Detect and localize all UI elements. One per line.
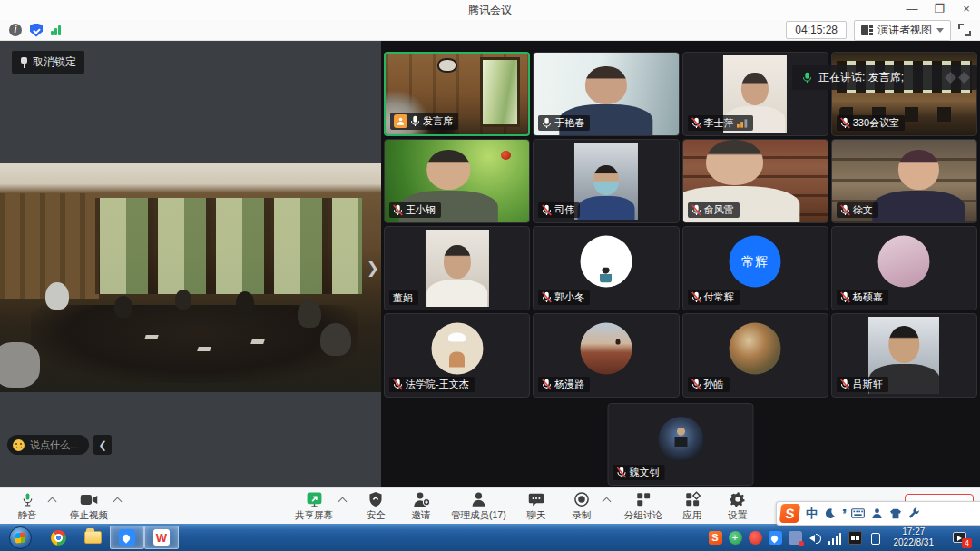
participant-name-label: 发言席 (390, 113, 458, 130)
participant-tile[interactable]: 郭小冬 (533, 226, 679, 310)
notification-area-button[interactable]: 4 (946, 526, 973, 549)
view-mode-button[interactable]: 演讲者视图 (854, 20, 951, 41)
tray-music-icon[interactable] (749, 531, 762, 545)
participant-tile[interactable]: 孙皓 (682, 313, 828, 398)
participant-name-label: 俞风雷 (688, 202, 740, 218)
participant-tile[interactable]: 徐文 (831, 139, 977, 223)
toolbar-label: 分组讨论 (624, 509, 662, 522)
view-mode-label: 演讲者视图 (877, 23, 932, 38)
toolbar-breakout-button[interactable]: 分组讨论 (624, 490, 662, 522)
meeting-main-area: 取消锁定 说点什么... (0, 41, 980, 487)
start-orb[interactable] (9, 526, 32, 549)
explorer-folder-icon (84, 531, 102, 544)
participant-tile[interactable]: 魏文钊 (608, 403, 754, 486)
toolbar-mic-button[interactable]: 静音 (12, 490, 43, 522)
participant-tile[interactable]: 常辉 付常辉 (682, 226, 828, 310)
emoji-icon[interactable] (13, 439, 24, 451)
tray-network-icon[interactable] (828, 531, 842, 545)
toolbar-invite-button[interactable]: 邀请 (406, 490, 436, 522)
breakout-icon (635, 490, 652, 508)
chevron-up-icon[interactable] (338, 497, 348, 507)
tray-meeting-icon[interactable] (769, 531, 782, 545)
taskbar-explorer[interactable] (75, 526, 110, 549)
stage-video[interactable]: 取消锁定 说点什么... (0, 41, 381, 487)
maximize-button[interactable]: ❐ (926, 0, 953, 20)
toolbar-apps-button[interactable]: 应用 (677, 490, 708, 522)
participant-tile[interactable]: 发言席 (384, 52, 530, 136)
person-silhouette (579, 165, 633, 220)
chevron-up-icon[interactable] (113, 497, 122, 507)
collapse-chat-button[interactable]: ❮ (93, 435, 112, 455)
punctuation-icon[interactable]: ’’ (842, 507, 845, 521)
participant-tile[interactable]: 李士萍 (682, 52, 828, 136)
unpin-button[interactable]: 取消锁定 (12, 51, 84, 74)
minimize-button[interactable]: — (898, 0, 926, 20)
wrench-icon[interactable] (908, 507, 920, 519)
taskbar-tencent-meeting[interactable] (110, 526, 144, 549)
layout-icon (861, 25, 873, 35)
participant-name: 郭小冬 (554, 291, 584, 302)
taskbar-wps[interactable]: W (144, 526, 179, 549)
tray-download-icon[interactable] (789, 531, 802, 545)
chevron-up-icon[interactable] (48, 497, 57, 507)
participant-name-label: 吕斯轩 (837, 377, 888, 392)
toolbar-members-button[interactable]: 管理成员(17) (451, 490, 506, 522)
participant-name: 杨硕嘉 (853, 291, 883, 302)
unpin-label: 取消锁定 (33, 54, 76, 70)
fullscreen-icon[interactable] (958, 24, 971, 36)
volume-icon[interactable] (808, 531, 822, 545)
tray-antivirus-icon[interactable] (729, 531, 742, 545)
topbar-right: 04:15:28 演讲者视图 (786, 20, 971, 41)
tray-sogou-icon[interactable]: S (709, 531, 722, 545)
security-shield-icon[interactable] (30, 24, 43, 37)
toolbar-shield-button[interactable]: 安全 (360, 490, 391, 522)
participant-tile[interactable]: 杨硕嘉 (831, 226, 977, 310)
tray-device-icon[interactable] (868, 531, 882, 545)
quick-chat-input[interactable]: 说点什么... (7, 435, 89, 455)
taskbar-chrome[interactable] (41, 526, 75, 549)
keyboard-icon[interactable] (851, 508, 865, 518)
participant-name: 法学院-王文杰 (406, 379, 469, 389)
mic-muted-icon (542, 204, 552, 216)
participant-tile[interactable]: 王小钢 (384, 139, 530, 223)
window-controls: — ❐ × (898, 0, 980, 20)
moon-icon[interactable] (824, 507, 836, 519)
mic-icon (20, 490, 35, 508)
participant-tile[interactable]: 董娟 (384, 226, 530, 310)
participant-tile[interactable]: 司伟 (533, 139, 679, 223)
participant-tile[interactable]: 于艳春 (533, 52, 679, 136)
toolbar-record-button[interactable]: 录制 (566, 490, 597, 522)
network-signal-icon[interactable] (51, 25, 61, 35)
toolbar-camera-button[interactable]: 停止视频 (70, 490, 108, 522)
panel-expand-button[interactable]: ❯ (367, 259, 379, 278)
stage-chat-row: 说点什么... ❮ (7, 435, 112, 455)
sogou-logo-icon[interactable]: S (779, 504, 800, 523)
camera-icon (80, 490, 98, 508)
participant-tile[interactable]: 法学院-王文杰 (384, 313, 530, 398)
info-icon[interactable]: i (9, 24, 22, 36)
tencent-meeting-window: 腾讯会议 — ❐ × i 04:15:28 演讲者视图 (0, 0, 980, 551)
apps-icon (684, 490, 701, 508)
mic-muted-icon (840, 379, 850, 390)
ime-mode-toggle[interactable]: 中 (806, 506, 818, 522)
skin-icon[interactable] (889, 508, 902, 519)
toolbar-chat-button[interactable]: 聊天 (521, 490, 552, 522)
toolbar-share-button[interactable]: 共享屏幕 (295, 490, 333, 522)
mic-muted-icon (691, 379, 701, 390)
chat-placeholder: 说点什么... (30, 438, 78, 452)
participant-name: 李士萍 (704, 117, 734, 128)
record-icon (573, 490, 590, 508)
clock-time: 17:27 (894, 526, 935, 538)
tray-display-icon[interactable] (848, 531, 862, 545)
avatar (580, 236, 632, 288)
participant-tile[interactable]: 330会议室 (831, 52, 977, 136)
participant-tile[interactable]: 杨漫路 (533, 313, 679, 398)
toolbar-gear-button[interactable]: 设置 (722, 490, 753, 522)
participant-tile[interactable]: 吕斯轩 (831, 313, 977, 398)
close-button[interactable]: × (953, 0, 980, 20)
participant-tile[interactable]: 俞风雷 (682, 139, 828, 223)
user-icon[interactable] (871, 507, 883, 519)
chevron-up-icon[interactable] (602, 497, 611, 507)
participant-name-label: 杨硕嘉 (837, 290, 888, 305)
taskbar-clock[interactable]: 17:27 2022/8/31 (894, 526, 935, 549)
